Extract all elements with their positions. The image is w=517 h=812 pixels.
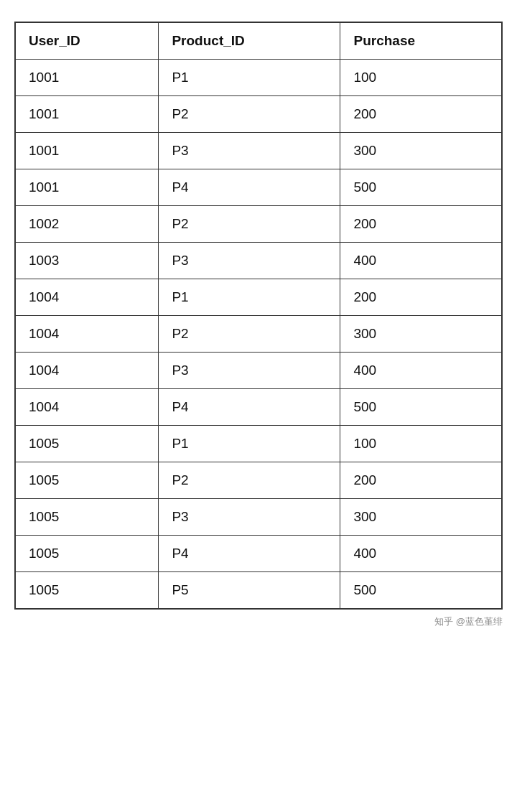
- col-header-product-id: Product_ID: [159, 22, 340, 60]
- cell-product-id: P2: [159, 316, 340, 353]
- table-row: 1005P1100: [15, 426, 502, 462]
- cell-product-id: P4: [159, 536, 340, 572]
- cell-purchase: 100: [340, 60, 502, 96]
- cell-user-id: 1005: [15, 536, 159, 572]
- col-header-user-id: User_ID: [15, 22, 159, 60]
- cell-product-id: P3: [159, 499, 340, 536]
- table-row: 1004P4500: [15, 389, 502, 426]
- table-row: 1001P2200: [15, 96, 502, 133]
- table-row: 1005P2200: [15, 462, 502, 499]
- table-row: 1004P2300: [15, 316, 502, 353]
- table-row: 1005P3300: [15, 499, 502, 536]
- cell-product-id: P1: [159, 279, 340, 316]
- cell-purchase: 400: [340, 243, 502, 279]
- cell-user-id: 1003: [15, 243, 159, 279]
- table-row: 1005P5500: [15, 572, 502, 610]
- table-wrapper: User_ID Product_ID Purchase 1001P1100100…: [14, 22, 503, 610]
- cell-user-id: 1004: [15, 353, 159, 389]
- cell-user-id: 1005: [15, 426, 159, 462]
- cell-purchase: 100: [340, 426, 502, 462]
- cell-product-id: P4: [159, 389, 340, 426]
- cell-purchase: 200: [340, 279, 502, 316]
- table-row: 1001P1100: [15, 60, 502, 96]
- data-table: User_ID Product_ID Purchase 1001P1100100…: [14, 22, 503, 610]
- table-row: 1004P3400: [15, 353, 502, 389]
- cell-purchase: 500: [340, 389, 502, 426]
- cell-purchase: 200: [340, 96, 502, 133]
- table-row: 1001P4500: [15, 169, 502, 206]
- cell-purchase: 200: [340, 206, 502, 243]
- cell-product-id: P3: [159, 353, 340, 389]
- cell-product-id: P4: [159, 169, 340, 206]
- cell-product-id: P3: [159, 243, 340, 279]
- cell-product-id: P2: [159, 206, 340, 243]
- cell-user-id: 1001: [15, 133, 159, 169]
- cell-user-id: 1005: [15, 572, 159, 610]
- cell-purchase: 500: [340, 572, 502, 610]
- table-row: 1003P3400: [15, 243, 502, 279]
- cell-user-id: 1001: [15, 60, 159, 96]
- table-row: 1002P2200: [15, 206, 502, 243]
- cell-purchase: 500: [340, 169, 502, 206]
- table-row: 1001P3300: [15, 133, 502, 169]
- cell-user-id: 1004: [15, 389, 159, 426]
- col-header-purchase: Purchase: [340, 22, 502, 60]
- cell-purchase: 400: [340, 536, 502, 572]
- cell-purchase: 200: [340, 462, 502, 499]
- cell-purchase: 300: [340, 316, 502, 353]
- cell-product-id: P2: [159, 96, 340, 133]
- cell-product-id: P5: [159, 572, 340, 610]
- cell-purchase: 300: [340, 499, 502, 536]
- cell-user-id: 1005: [15, 462, 159, 499]
- cell-user-id: 1002: [15, 206, 159, 243]
- cell-product-id: P1: [159, 426, 340, 462]
- cell-user-id: 1004: [15, 316, 159, 353]
- cell-user-id: 1004: [15, 279, 159, 316]
- cell-user-id: 1005: [15, 499, 159, 536]
- footer-text: 知乎 @蓝色堇绯: [14, 615, 503, 628]
- cell-purchase: 300: [340, 133, 502, 169]
- table-header-row: User_ID Product_ID Purchase: [15, 22, 502, 60]
- cell-user-id: 1001: [15, 169, 159, 206]
- table-row: 1005P4400: [15, 536, 502, 572]
- table-row: 1004P1200: [15, 279, 502, 316]
- cell-purchase: 400: [340, 353, 502, 389]
- cell-product-id: P3: [159, 133, 340, 169]
- cell-user-id: 1001: [15, 96, 159, 133]
- cell-product-id: P1: [159, 60, 340, 96]
- cell-product-id: P2: [159, 462, 340, 499]
